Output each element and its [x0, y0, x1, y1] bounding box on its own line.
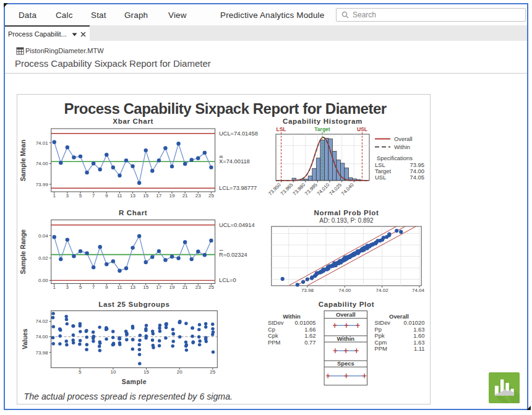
- svg-text:0.00: 0.00: [38, 278, 48, 283]
- svg-text:5: 5: [79, 285, 82, 290]
- svg-text:13: 13: [130, 192, 135, 198]
- svg-text:15: 15: [143, 285, 148, 290]
- svg-text:Capability Histogram: Capability Histogram: [282, 117, 362, 124]
- svg-text:UCL=0.04914: UCL=0.04914: [219, 222, 255, 228]
- svg-text:19: 19: [169, 285, 174, 290]
- svg-text:10: 10: [110, 369, 116, 375]
- svg-text:73.965: 73.965: [279, 181, 294, 196]
- svg-text:13: 13: [130, 285, 135, 290]
- svg-text:9: 9: [105, 285, 108, 290]
- svg-text:0.04: 0.04: [38, 233, 48, 238]
- svg-text:17: 17: [156, 285, 161, 290]
- svg-text:5: 5: [78, 369, 81, 375]
- svg-text:15: 15: [144, 369, 149, 375]
- svg-text:15: 15: [143, 192, 148, 198]
- svg-text:Cpm: Cpm: [374, 338, 387, 345]
- svg-text:74.02: 74.02: [35, 319, 48, 324]
- svg-text:Overall: Overall: [394, 135, 413, 142]
- svg-text:Sample Mean: Sample Mean: [19, 139, 27, 181]
- svg-text:UCL=74.01458: UCL=74.01458: [219, 130, 258, 136]
- svg-text:Capability Plot: Capability Plot: [318, 300, 374, 307]
- svg-text:Ppk: Ppk: [374, 332, 384, 339]
- svg-text:Pp: Pp: [374, 325, 381, 332]
- svg-text:25: 25: [210, 369, 215, 375]
- svg-text:X=74.00118: X=74.00118: [219, 158, 250, 165]
- svg-text:74.040: 74.040: [340, 181, 355, 196]
- svg-text:Overall: Overall: [335, 310, 355, 317]
- svg-text:Within: Within: [394, 143, 410, 150]
- svg-text:PPM: PPM: [374, 345, 387, 352]
- svg-text:0.01005: 0.01005: [294, 319, 315, 326]
- svg-text:11: 11: [117, 192, 122, 198]
- svg-text:25: 25: [208, 285, 213, 290]
- svg-text:0.01020: 0.01020: [403, 319, 424, 326]
- svg-text:1: 1: [53, 285, 56, 290]
- svg-text:74.00: 74.00: [35, 334, 48, 340]
- svg-text:USL: USL: [356, 126, 367, 132]
- svg-text:1.63: 1.63: [413, 338, 424, 345]
- svg-text:LSL: LSL: [276, 126, 286, 132]
- svg-text:R=0.02324: R=0.02324: [219, 251, 247, 257]
- svg-text:1.62: 1.62: [304, 332, 315, 339]
- svg-text:20: 20: [176, 369, 182, 375]
- svg-text:74.025: 74.025: [328, 181, 343, 196]
- svg-text:74.05: 74.05: [410, 174, 424, 181]
- svg-text:74.02: 74.02: [375, 287, 388, 293]
- svg-text:Cp: Cp: [268, 325, 275, 332]
- svg-text:USL: USL: [375, 174, 386, 181]
- svg-text:23: 23: [195, 192, 200, 198]
- svg-text:Sample Range: Sample Range: [19, 229, 27, 274]
- svg-text:1.60: 1.60: [413, 332, 424, 339]
- svg-text:PPM: PPM: [268, 338, 281, 345]
- svg-text:Target: Target: [314, 126, 330, 132]
- svg-text:Cpk: Cpk: [268, 332, 278, 339]
- svg-text:74.00: 74.00: [35, 161, 48, 166]
- svg-text:23: 23: [195, 285, 200, 290]
- svg-text:73.950: 73.950: [267, 181, 282, 196]
- svg-text:0.02: 0.02: [38, 255, 48, 261]
- svg-text:73.98: 73.98: [35, 349, 48, 355]
- svg-text:21: 21: [182, 192, 187, 198]
- svg-text:Sample: Sample: [121, 377, 146, 385]
- svg-text:3: 3: [66, 192, 69, 198]
- svg-text:73.995: 73.995: [304, 181, 319, 196]
- svg-text:Specs: Specs: [337, 360, 354, 367]
- svg-text:7: 7: [92, 285, 95, 290]
- svg-text:11: 11: [117, 285, 122, 290]
- svg-text:74.04: 74.04: [411, 287, 424, 293]
- svg-text:StDev: StDev: [374, 319, 390, 326]
- svg-text:74.00: 74.00: [338, 287, 351, 293]
- svg-text:73.980: 73.980: [291, 181, 306, 196]
- svg-text:5: 5: [79, 192, 82, 198]
- svg-text:73.99: 73.99: [35, 181, 48, 187]
- svg-text:25: 25: [208, 192, 213, 198]
- svg-text:9: 9: [105, 192, 108, 198]
- svg-text:73.98: 73.98: [301, 287, 314, 293]
- svg-text:1.11: 1.11: [413, 345, 424, 352]
- svg-text:17: 17: [156, 192, 161, 198]
- svg-text:21: 21: [182, 285, 187, 290]
- svg-text:0.77: 0.77: [304, 338, 315, 345]
- svg-text:74.01: 74.01: [35, 140, 48, 145]
- svg-text:StDev: StDev: [268, 319, 284, 326]
- svg-text:Specifications: Specifications: [377, 155, 413, 161]
- svg-text:74.010: 74.010: [315, 181, 330, 196]
- svg-text:The actual process spread is r: The actual process spread is represented…: [24, 391, 233, 401]
- svg-text:Last 25 Subgroups: Last 25 Subgroups: [98, 300, 169, 307]
- svg-text:Within: Within: [337, 335, 354, 341]
- svg-text:AD: 0.193, P: 0.892: AD: 0.193, P: 0.892: [319, 216, 374, 223]
- svg-text:R Chart: R Chart: [118, 208, 147, 216]
- svg-text:Xbar Chart: Xbar Chart: [113, 117, 153, 124]
- svg-text:7: 7: [92, 192, 95, 198]
- svg-text:Overall: Overall: [389, 312, 409, 319]
- svg-text:LCL=0: LCL=0: [219, 277, 236, 283]
- svg-text:19: 19: [169, 192, 174, 198]
- svg-text:1: 1: [53, 192, 56, 198]
- svg-text:1.66: 1.66: [304, 325, 315, 332]
- svg-text:LCL=73.98777: LCL=73.98777: [219, 185, 257, 191]
- svg-text:Values: Values: [21, 328, 28, 349]
- svg-text:3: 3: [66, 285, 69, 290]
- svg-text:Normal Prob Plot: Normal Prob Plot: [314, 208, 379, 216]
- svg-text:Within: Within: [283, 312, 301, 319]
- svg-text:1.63: 1.63: [413, 325, 424, 332]
